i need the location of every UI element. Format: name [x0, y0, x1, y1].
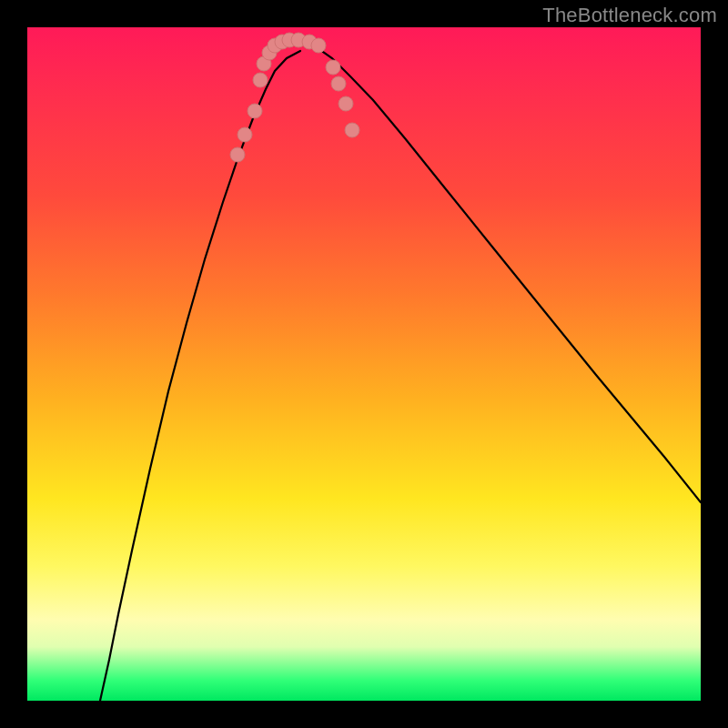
data-point: [248, 104, 262, 118]
data-point: [238, 127, 252, 142]
outer-frame: TheBottleneck.com: [0, 0, 728, 728]
data-point: [331, 76, 346, 91]
data-point: [345, 123, 359, 137]
data-point: [230, 147, 245, 162]
data-point: [326, 60, 340, 75]
watermark-text: TheBottleneck.com: [542, 4, 717, 27]
points-layer: [27, 27, 701, 701]
data-point: [311, 38, 326, 53]
data-point: [253, 73, 268, 87]
plot-area: [27, 27, 701, 701]
data-point: [339, 96, 353, 111]
